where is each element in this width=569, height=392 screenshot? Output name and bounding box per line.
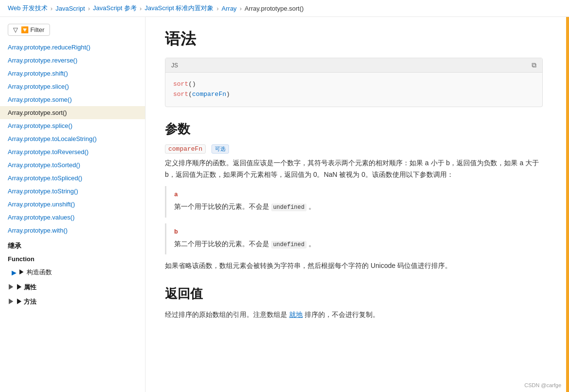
sub-param-b-code: undefined (271, 241, 307, 249)
code-sort-fn: sort (173, 80, 188, 88)
breadcrumb-sep-5: › (240, 5, 242, 12)
sub-param-a-text: 第一个用于比较的元素。不会是 undefined 。 (174, 201, 535, 212)
breadcrumb-link-web[interactable]: Web 开发技术 (8, 4, 48, 13)
code-param-compare: compareFn (192, 91, 226, 98)
sub-param-a-end: 。 (309, 203, 315, 210)
sub-param-b-text: 第二个用于比较的元素。不会是 undefined 。 (174, 238, 535, 250)
property-label-text: ▶ 属性 (16, 283, 37, 291)
sidebar-item-6[interactable]: Array.prototype.splice() (0, 119, 145, 132)
return-desc-1: 经过排序的原始数组的引用。注意数组是 (165, 311, 287, 318)
breadcrumb-sep-4: › (216, 5, 218, 12)
sidebar-item-1[interactable]: Array.prototype.reverse() (0, 54, 145, 67)
params-heading: 参数 (165, 121, 543, 138)
sidebar-item-5[interactable]: Array.prototype.sort() (0, 106, 145, 119)
param-description: 定义排序顺序的函数。返回值应该是一个数字，其符号表示两个元素的相对顺序：如果 a… (165, 157, 543, 181)
param-header: compareFn 可选 (165, 144, 543, 154)
code-line-2: sort(compareFn) (173, 90, 535, 100)
sub-param-a-letter: a (174, 191, 535, 198)
breadcrumb-link-jsref[interactable]: JavaScript 参考 (93, 4, 137, 13)
method-chevron-icon: ▶ (8, 298, 14, 305)
sub-param-a-box: a 第一个用于比较的元素。不会是 undefined 。 (165, 186, 543, 217)
return-description: 经过排序的原始数组的引用。注意数组是 就地 排序的，不会进行复制。 (165, 309, 543, 321)
sidebar-function-title: Function (0, 252, 145, 266)
sidebar-item-7[interactable]: Array.prototype.toLocaleString() (0, 132, 145, 145)
param-comparefn-row: compareFn 可选 定义排序顺序的函数。返回值应该是一个数字，其符号表示两… (165, 144, 543, 272)
sub-param-b-end: 。 (309, 240, 315, 248)
sidebar-item-10[interactable]: Array.prototype.toSpliced() (0, 172, 145, 185)
method-label-text: ▶ 方法 (16, 298, 37, 305)
sub-param-b-box: b 第二个用于比较的元素。不会是 undefined 。 (165, 223, 543, 254)
filter-icon: ▽ (13, 26, 18, 33)
right-accent-bar (566, 17, 569, 392)
return-heading: 返回值 (165, 285, 543, 302)
sidebar-item-14[interactable]: Array.prototype.with() (0, 224, 145, 237)
sidebar-item-3[interactable]: Array.prototype.slice() (0, 80, 145, 93)
filter-button[interactable]: ▽ 🔽 Filter (8, 24, 50, 36)
optional-badge: 可选 (211, 144, 229, 154)
breadcrumb-link-array[interactable]: Array (222, 5, 237, 12)
sidebar-item-4[interactable]: Array.prototype.some() (0, 93, 145, 106)
return-desc-2: 排序的，不会进行复制。 (305, 311, 379, 318)
code-paren-3: ) (226, 91, 230, 98)
sidebar-nav-list: Array.prototype.reduceRight()Array.proto… (0, 41, 145, 237)
main-content: 语法 JS ⧉ sort() sort(compareFn) 参数 compar… (146, 17, 566, 392)
filter-label: 🔽 Filter (21, 26, 45, 33)
return-link[interactable]: 就地 (289, 311, 303, 318)
sidebar-constructor-label: ▶ 构造函数 (18, 268, 52, 277)
sub-param-a-code: undefined (271, 204, 307, 211)
sidebar-inherit-title: 继承 (0, 237, 145, 252)
sidebar-item-2[interactable]: Array.prototype.shift() (0, 67, 145, 80)
code-paren-2: ( (188, 91, 192, 98)
footer-watermark: CSDN @carfge (524, 382, 561, 388)
constructor-chevron-icon: ▶ (12, 269, 16, 276)
breadcrumb-sep-1: › (50, 5, 52, 12)
sidebar: ▽ 🔽 Filter Array.prototype.reduceRight()… (0, 17, 146, 392)
breadcrumb: Web 开发技术 › JavaScript › JavaScript 参考 › … (0, 0, 569, 17)
sidebar-item-8[interactable]: Array.prototype.toReversed() (0, 145, 145, 158)
sub-param-b-desc: 第二个用于比较的元素。不会是 (174, 240, 269, 248)
breadcrumb-link-js[interactable]: JavaScript (55, 5, 85, 12)
code-paren-1: () (188, 80, 196, 88)
sidebar-item-9[interactable]: Array.prototype.toSorted() (0, 158, 145, 172)
breadcrumb-sep-2: › (88, 5, 90, 12)
code-lang-label: JS (171, 62, 178, 69)
param-desc-text: 定义排序顺序的函数。返回值应该是一个数字，其符号表示两个元素的相对顺序：如果 a… (165, 159, 539, 178)
breadcrumb-current: Array.prototype.sort() (244, 5, 304, 12)
param-name-label: compareFn (165, 144, 206, 154)
syntax-code-block: JS ⧉ sort() sort(compareFn) (165, 58, 543, 107)
code-block-header: JS ⧉ (165, 58, 542, 73)
syntax-heading: 语法 (165, 29, 543, 50)
sidebar-item-0[interactable]: Array.prototype.reduceRight() (0, 41, 145, 54)
sidebar-item-11[interactable]: Array.prototype.toString() (0, 185, 145, 198)
breadcrumb-link-stdlib[interactable]: JavaScript 标准内置对象 (145, 4, 213, 13)
code-sort-fn-2: sort (173, 91, 188, 98)
sidebar-property-label[interactable]: ▶ ▶ 属性 (0, 279, 145, 294)
omit-text: 如果省略该函数，数组元素会被转换为字符串，然后根据每个字符的 Unicode 码… (165, 260, 543, 272)
sidebar-item-12[interactable]: Array.prototype.unshift() (0, 198, 145, 211)
property-chevron-icon: ▶ (8, 283, 14, 291)
sidebar-constructor-item[interactable]: ▶ ▶ 构造函数 (0, 266, 145, 279)
code-block-body: sort() sort(compareFn) (165, 73, 542, 107)
sidebar-method-label[interactable]: ▶ ▶ 方法 (0, 294, 145, 308)
copy-icon[interactable]: ⧉ (532, 61, 536, 69)
code-line-1: sort() (173, 79, 535, 90)
sidebar-item-13[interactable]: Array.prototype.values() (0, 211, 145, 224)
sub-param-b-letter: b (174, 228, 535, 235)
sub-param-a-desc: 第一个用于比较的元素。不会是 (174, 203, 269, 210)
breadcrumb-sep-3: › (140, 5, 142, 12)
